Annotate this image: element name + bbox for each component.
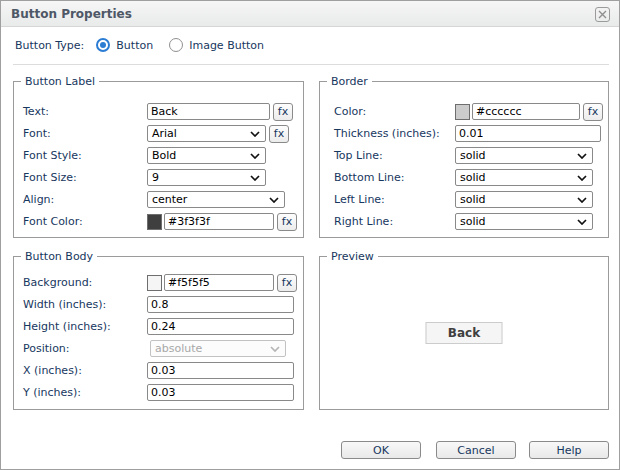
thickness-input[interactable]	[455, 125, 601, 142]
dialog-titlebar: Button Properties	[1, 1, 619, 27]
text-row: Text: fx	[23, 103, 298, 120]
button-type-label: Button Type:	[15, 39, 84, 52]
thickness-label: Thickness (inches):	[334, 127, 455, 140]
text-fx-button[interactable]: fx	[273, 103, 293, 121]
bottom-line-row: Bottom Line: solid	[334, 169, 603, 186]
chevron-down-icon	[577, 197, 587, 203]
background-fx-button[interactable]: fx	[277, 274, 297, 292]
radio-label: Button	[116, 39, 153, 52]
close-icon[interactable]	[595, 7, 610, 22]
button-properties-dialog: Button Properties Button Type: Button Im…	[0, 0, 620, 470]
left-line-row: Left Line: solid	[334, 191, 603, 208]
bottom-line-select[interactable]: solid	[455, 169, 593, 186]
border-legend: Border	[327, 75, 372, 88]
font-select[interactable]: Arial	[147, 125, 266, 142]
font-style-label: Font Style:	[23, 149, 147, 162]
y-row: Y (inches):	[23, 384, 298, 401]
font-color-label: Font Color:	[23, 215, 147, 228]
left-line-label: Left Line:	[334, 193, 455, 206]
preview-legend: Preview	[327, 250, 378, 263]
cancel-button[interactable]: Cancel	[436, 441, 516, 459]
width-row: Width (inches):	[23, 296, 298, 313]
background-row: Background: fx	[23, 274, 298, 291]
font-size-label: Font Size:	[23, 171, 147, 184]
width-input[interactable]	[147, 296, 294, 313]
position-select[interactable]: absolute	[150, 340, 286, 357]
chevron-down-icon	[577, 219, 587, 225]
button-type-row: Button Type: Button Image Button	[15, 36, 280, 54]
radio-button-type-button[interactable]: Button	[96, 38, 153, 52]
position-row: Position: absolute	[23, 340, 298, 357]
border-color-label: Color:	[334, 105, 455, 118]
border-color-input[interactable]	[472, 103, 580, 120]
background-swatch[interactable]	[147, 275, 162, 291]
thickness-row: Thickness (inches):	[334, 125, 603, 142]
left-line-select[interactable]: solid	[455, 191, 593, 208]
font-style-select[interactable]: Bold	[147, 147, 266, 164]
top-line-row: Top Line: solid	[334, 147, 603, 164]
button-label-group: Button Label Text: fx Font: Arial fx Fon…	[13, 81, 304, 238]
width-label: Width (inches):	[23, 298, 147, 311]
right-line-label: Right Line:	[334, 215, 455, 228]
chevron-down-icon	[577, 153, 587, 159]
text-input[interactable]	[147, 103, 270, 120]
font-fx-button[interactable]: fx	[269, 125, 289, 143]
button-body-group: Button Body Background: fx Width (inches…	[13, 256, 304, 410]
text-label: Text:	[23, 105, 147, 118]
dialog-title: Button Properties	[11, 7, 132, 21]
height-label: Height (inches):	[23, 320, 147, 333]
font-style-row: Font Style: Bold	[23, 147, 298, 164]
button-body-legend: Button Body	[21, 250, 97, 263]
background-input[interactable]	[164, 274, 274, 291]
background-label: Background:	[23, 276, 147, 289]
chevron-down-icon	[250, 175, 260, 181]
radio-label: Image Button	[189, 39, 264, 52]
border-color-swatch[interactable]	[455, 104, 470, 120]
font-color-input[interactable]	[164, 213, 274, 230]
top-line-select[interactable]: solid	[455, 147, 593, 164]
chevron-down-icon	[250, 153, 260, 159]
x-row: X (inches):	[23, 362, 298, 379]
x-label: X (inches):	[23, 364, 147, 377]
top-line-label: Top Line:	[334, 149, 455, 162]
height-row: Height (inches):	[23, 318, 298, 335]
y-input[interactable]	[147, 384, 294, 401]
ok-button[interactable]: OK	[341, 441, 421, 459]
preview-group: Preview Back	[319, 256, 609, 410]
button-label-legend: Button Label	[21, 75, 99, 88]
help-button[interactable]: Help	[529, 441, 609, 459]
border-group: Border Color: fx Thickness (inches): Top…	[319, 81, 609, 238]
chevron-down-icon	[269, 197, 279, 203]
preview-back-button[interactable]: Back	[426, 322, 503, 344]
align-label: Align:	[23, 193, 147, 206]
chevron-down-icon	[270, 346, 280, 352]
position-label: Position:	[23, 342, 147, 355]
chevron-down-icon	[250, 131, 260, 137]
right-line-select[interactable]: solid	[455, 213, 593, 230]
radio-button-type-image-button[interactable]: Image Button	[169, 38, 264, 52]
bottom-line-label: Bottom Line:	[334, 171, 455, 184]
font-color-swatch[interactable]	[147, 214, 162, 230]
chevron-down-icon	[577, 175, 587, 181]
border-color-fx-button[interactable]: fx	[583, 103, 603, 121]
y-label: Y (inches):	[23, 386, 147, 399]
font-color-row: Font Color: fx	[23, 213, 298, 230]
right-line-row: Right Line: solid	[334, 213, 603, 230]
font-color-fx-button[interactable]: fx	[277, 213, 297, 231]
border-color-row: Color: fx	[334, 103, 603, 120]
divider	[13, 64, 609, 65]
font-row: Font: Arial fx	[23, 125, 298, 142]
height-input[interactable]	[147, 318, 294, 335]
align-row: Align: center	[23, 191, 298, 208]
font-size-select[interactable]: 9	[147, 169, 266, 186]
radio-selected-icon	[96, 38, 110, 52]
radio-unselected-icon	[169, 38, 183, 52]
font-size-row: Font Size: 9	[23, 169, 298, 186]
font-label: Font:	[23, 127, 147, 140]
align-select[interactable]: center	[147, 191, 285, 208]
x-input[interactable]	[147, 362, 294, 379]
